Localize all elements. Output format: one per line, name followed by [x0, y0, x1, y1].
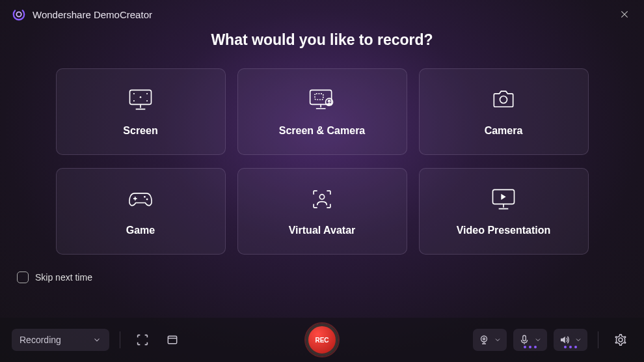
chevron-down-icon [534, 336, 542, 344]
video-presentation-icon [489, 187, 518, 212]
game-icon [126, 187, 155, 212]
card-virtual-avatar[interactable]: Virtual Avatar [237, 168, 407, 255]
settings-button[interactable] [609, 329, 632, 351]
screen-icon [126, 87, 155, 112]
svg-point-10 [146, 198, 148, 200]
chevron-down-icon [92, 335, 101, 344]
mode-grid: Screen Screen & Camera Camera [0, 68, 644, 255]
card-label: Screen & Camera [279, 125, 366, 137]
svg-rect-16 [523, 335, 526, 341]
svg-point-15 [483, 338, 485, 340]
right-tools [473, 329, 632, 351]
svg-point-0 [12, 7, 26, 21]
crop-icon [135, 333, 150, 347]
page-heading: What would you like to record? [0, 31, 644, 49]
camera-icon [489, 87, 518, 112]
svg-point-9 [144, 195, 146, 197]
window-select-button[interactable] [161, 329, 184, 351]
window-icon [166, 333, 179, 346]
close-icon [619, 9, 630, 20]
record-label: REC [315, 337, 329, 344]
svg-point-14 [481, 336, 487, 342]
mode-dropdown[interactable]: Recording [12, 329, 109, 351]
svg-point-11 [319, 194, 324, 199]
card-label: Video Presentation [457, 225, 551, 236]
skip-label: Skip next time [35, 272, 92, 283]
chevron-down-icon [574, 336, 582, 344]
card-screen[interactable]: Screen [56, 68, 226, 155]
card-game[interactable]: Game [56, 168, 226, 255]
card-video-presentation[interactable]: Video Presentation [419, 168, 589, 255]
speaker-icon [559, 334, 570, 346]
svg-rect-5 [315, 93, 323, 99]
card-label: Screen [123, 125, 157, 137]
card-label: Camera [485, 125, 523, 137]
svg-point-7 [329, 100, 330, 102]
titlebar: Wondershare DemoCreator [0, 0, 644, 27]
card-label: Virtual Avatar [289, 225, 356, 236]
screen-camera-icon [308, 87, 336, 112]
bottom-bar: Recording REC [0, 318, 644, 362]
mic-level-indicator [524, 346, 537, 348]
chevron-down-icon [494, 336, 502, 344]
webcam-dropdown[interactable] [473, 329, 507, 351]
svg-point-8 [500, 96, 507, 103]
divider [598, 331, 598, 348]
svg-point-3 [140, 96, 142, 98]
skip-checkbox[interactable] [17, 272, 29, 283]
card-screen-camera[interactable]: Screen & Camera [237, 68, 407, 155]
card-camera[interactable]: Camera [419, 68, 589, 155]
record-button[interactable]: REC [306, 324, 338, 356]
app-title: Wondershare DemoCreator [33, 9, 152, 20]
svg-point-17 [619, 338, 623, 342]
microphone-icon [518, 334, 530, 346]
svg-rect-13 [168, 336, 176, 344]
divider [120, 331, 120, 348]
crop-area-button[interactable] [131, 329, 154, 351]
mode-dropdown-label: Recording [20, 335, 61, 345]
brand: Wondershare DemoCreator [12, 7, 152, 21]
skip-row: Skip next time [17, 272, 644, 283]
webcam-icon [478, 334, 490, 346]
close-button[interactable] [617, 7, 632, 22]
svg-point-1 [16, 12, 21, 16]
card-label: Game [126, 225, 155, 236]
virtual-avatar-icon [308, 187, 336, 212]
app-logo-icon [12, 7, 26, 21]
speaker-level-indicator [564, 346, 577, 348]
gear-icon [614, 333, 627, 346]
